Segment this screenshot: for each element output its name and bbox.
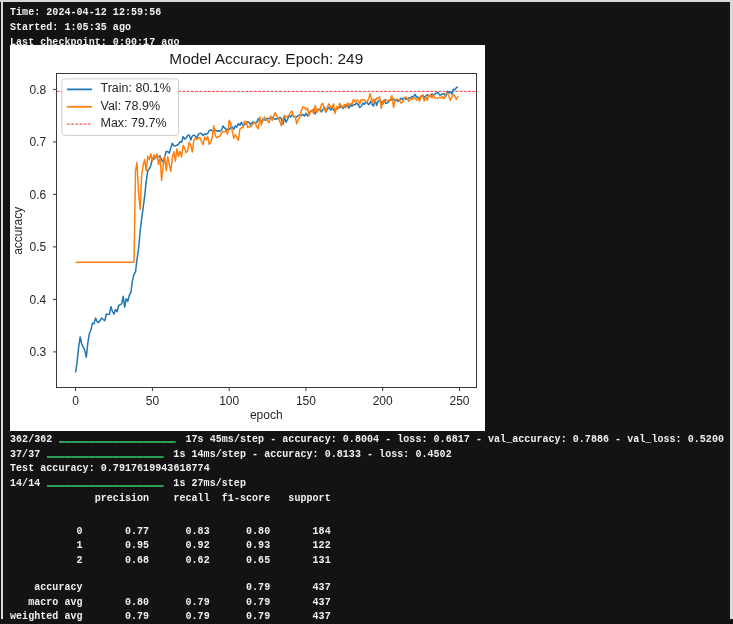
svg-text:0: 0 xyxy=(72,394,79,408)
svg-text:100: 100 xyxy=(219,394,239,408)
svg-text:accuracy: accuracy xyxy=(12,207,26,255)
svg-text:150: 150 xyxy=(296,394,316,408)
svg-text:Model Accuracy. Epoch: 249: Model Accuracy. Epoch: 249 xyxy=(169,50,363,67)
svg-text:0.6: 0.6 xyxy=(30,188,47,202)
svg-text:Max: 79.7%: Max: 79.7% xyxy=(101,116,167,130)
svg-text:200: 200 xyxy=(373,394,393,408)
svg-text:0.7: 0.7 xyxy=(30,135,47,149)
svg-text:0.8: 0.8 xyxy=(30,83,47,97)
svg-text:0.4: 0.4 xyxy=(30,293,47,307)
svg-text:Train: 80.1%: Train: 80.1% xyxy=(101,81,171,95)
svg-text:0.3: 0.3 xyxy=(30,345,47,359)
svg-text:50: 50 xyxy=(146,394,160,408)
svg-text:250: 250 xyxy=(449,394,469,408)
svg-text:Val: 78.9%: Val: 78.9% xyxy=(101,99,161,113)
svg-text:0.5: 0.5 xyxy=(30,240,47,254)
svg-text:epoch: epoch xyxy=(250,408,283,422)
